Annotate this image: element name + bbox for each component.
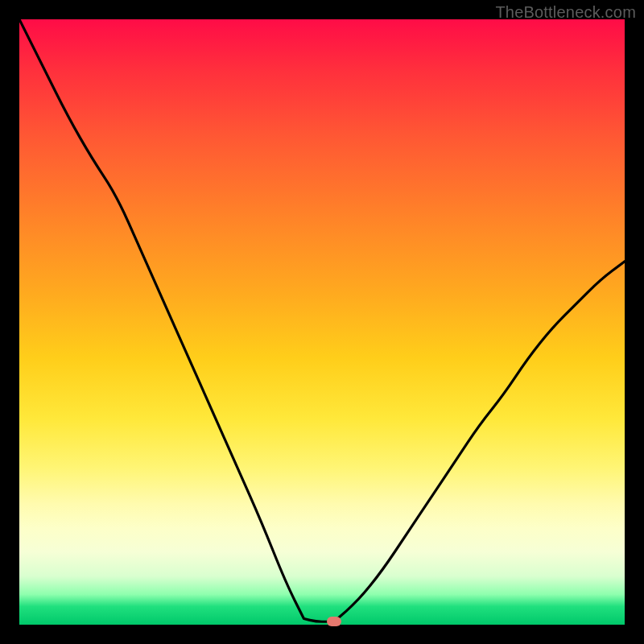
bottleneck-curve [19,19,625,625]
plot-area [19,19,625,625]
optimum-marker [327,617,341,626]
chart-frame: TheBottleneck.com [0,0,644,644]
